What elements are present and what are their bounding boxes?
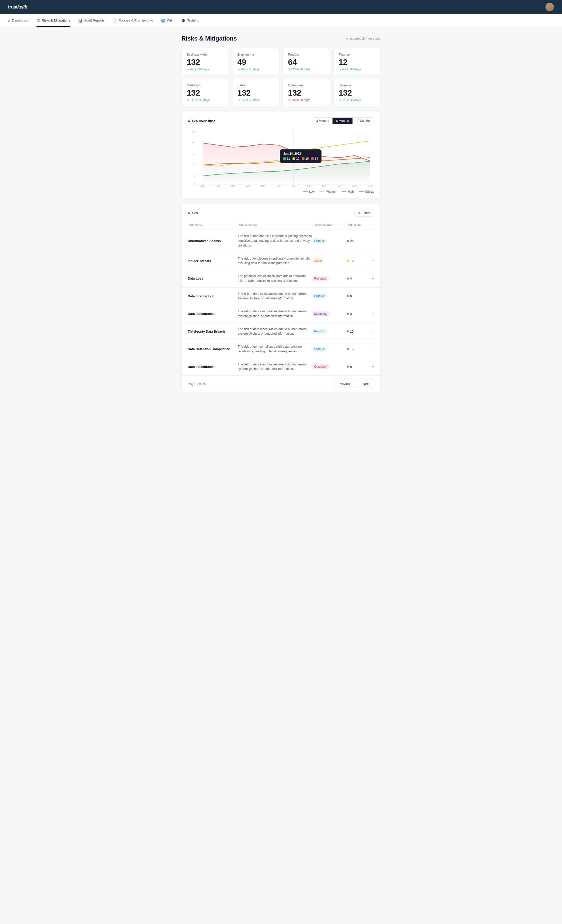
functional-badge: Operation	[312, 364, 330, 369]
stat-change: ↘ -16 in 30 days	[238, 68, 274, 71]
add-risk-button[interactable]: +	[372, 364, 374, 369]
change-text: -24 in 30 days	[291, 98, 310, 102]
stat-label: Revenue	[339, 84, 375, 87]
chart-header: Risks over time 3 Months 6 Months 12 Mon…	[188, 117, 374, 124]
stat-value: 132	[339, 88, 375, 98]
stat-label: Marketing	[187, 84, 224, 87]
stats-grid: Business wide 132 ↘ -95 in 30 days Engin…	[181, 48, 381, 106]
stat-label: Finance	[339, 53, 375, 56]
add-risk-button[interactable]: +	[372, 276, 374, 281]
change-arrow: ↘	[238, 98, 240, 102]
risk-summary: The risk of data inaccuracies due to hum…	[238, 362, 312, 372]
svg-text:Oct: Oct	[338, 185, 341, 187]
stat-card-sales: Sales 132 ↘ -95 in 30 days	[232, 79, 280, 106]
change-arrow: ↘	[339, 98, 341, 102]
col-risk-score: Risk score	[347, 224, 374, 227]
nav-training[interactable]: 🎓 Training	[181, 14, 199, 27]
add-risk-button[interactable]: +	[372, 239, 374, 243]
stat-label: Operations	[288, 84, 325, 87]
functional-badge: Revenue	[312, 276, 329, 281]
previous-button[interactable]: Previous	[334, 380, 356, 388]
legend-critical: Critical	[359, 190, 374, 194]
next-button[interactable]: Next	[358, 380, 374, 388]
filter-icon: ≡	[358, 211, 360, 215]
legend-medium-label: Medium	[326, 190, 336, 194]
svg-text:Nov: Nov	[353, 185, 357, 187]
header: trustkeith	[0, 0, 562, 14]
page-buttons: Previous Next	[334, 380, 374, 388]
risk-score: 8	[347, 365, 352, 369]
score-dot	[347, 348, 349, 350]
sort-icon[interactable]: ↓	[203, 224, 205, 227]
add-risk-button[interactable]: +	[372, 312, 374, 316]
score-value: 4	[350, 276, 352, 280]
time-buttons: 3 Months 6 Months 12 Months	[312, 117, 374, 124]
logo-italic: keith	[18, 4, 27, 9]
score-dot	[347, 366, 349, 368]
nav-policies[interactable]: 📄 Policies & Frameworks	[112, 14, 153, 27]
btn-3months[interactable]: 3 Months	[313, 118, 332, 124]
stat-card-revenue: Revenue 132 ↘ -95 in 30 days	[333, 79, 381, 106]
functional-area: Product	[312, 238, 347, 243]
score-value: 12	[350, 259, 354, 263]
score-dot	[347, 313, 349, 315]
nav-audit-label: Audit Reports	[84, 18, 105, 22]
functional-area: Product	[312, 294, 347, 298]
btn-6months[interactable]: 6 Months	[332, 118, 352, 124]
stat-card-operations: Operations 132 ↗ -24 in 30 days	[283, 79, 330, 106]
chart-title: Risks over time	[188, 119, 215, 123]
table-row: Third-party Data Breach The risk of data…	[182, 322, 380, 340]
stat-value: 132	[238, 88, 274, 98]
functional-badge: Product	[312, 346, 327, 352]
nav-wiki[interactable]: 🌐 Wiki	[161, 14, 173, 27]
page-header: Risks & Mitigations ↻ updated 24 hours a…	[181, 35, 381, 42]
nav-risks[interactable]: 🛡 Risks & Mitigations	[36, 14, 70, 27]
risk-score: 25	[347, 239, 354, 243]
risk-summary: The potential loss of critical data due …	[238, 274, 312, 283]
doc-icon: 📄	[112, 18, 117, 22]
risk-score: 15	[347, 347, 354, 351]
nav-dashboard[interactable]: ⌂ Dashboard	[8, 14, 28, 27]
btn-12months[interactable]: 12 Months	[353, 118, 374, 124]
stat-change: ↘ -12 in 30 days	[339, 68, 375, 71]
functional-badge: Sales	[312, 258, 324, 263]
score-value: 15	[350, 347, 354, 351]
risk-summary: The risk of data inaccuracies due to hum…	[238, 292, 312, 301]
score-dot	[347, 278, 349, 279]
shield-icon: 🛡	[36, 18, 40, 22]
risk-name: Data Retention Compliance	[188, 347, 238, 351]
functional-badge: Product	[312, 238, 327, 243]
stat-label: Sales	[238, 84, 274, 87]
add-risk-button[interactable]: +	[372, 294, 374, 298]
risk-score: 6	[347, 294, 352, 298]
nav-policies-label: Policies & Frameworks	[118, 18, 153, 22]
change-arrow: ↘	[187, 68, 189, 71]
chart-svg: 25 20 15 10 5 0 Jan Feb Mar Apr May Jun …	[188, 129, 374, 187]
score-dot	[347, 240, 349, 242]
legend-critical-color	[359, 192, 364, 192]
score-dot	[347, 260, 349, 262]
svg-text:20: 20	[193, 142, 195, 145]
col-risk-summary: Risk summary	[238, 224, 312, 227]
svg-text:Jun: Jun	[277, 185, 281, 187]
add-risk-button[interactable]: +	[372, 258, 374, 263]
nav-audit[interactable]: 📊 Audit Reports	[78, 14, 105, 27]
svg-text:Mar: Mar	[231, 185, 235, 187]
add-risk-button[interactable]: +	[372, 329, 374, 334]
risk-score-cell: 8 +	[347, 364, 374, 369]
score-value: 6	[350, 294, 352, 298]
updated-label: updated 24 hours ago	[350, 37, 381, 40]
add-risk-button[interactable]: +	[372, 347, 374, 351]
risk-score-cell: 3 +	[347, 312, 374, 316]
change-text: -95 in 30 days	[342, 98, 361, 102]
training-icon: 🎓	[181, 18, 185, 22]
score-value: 3	[350, 312, 352, 316]
change-arrow: ↘	[238, 68, 240, 71]
stat-change: ↘ -95 in 30 days	[339, 98, 375, 102]
filters-button[interactable]: ≡ Filters	[354, 209, 374, 217]
stat-card-product: Product 64 ↘ -23 in 30 days	[283, 48, 330, 75]
col-functional-area: Functional area	[312, 224, 347, 227]
table-row: Data Inaccuracies The risk of data inacc…	[182, 358, 380, 376]
avatar[interactable]	[546, 3, 554, 11]
risks-header: Risks ≡ Filters	[182, 204, 380, 221]
